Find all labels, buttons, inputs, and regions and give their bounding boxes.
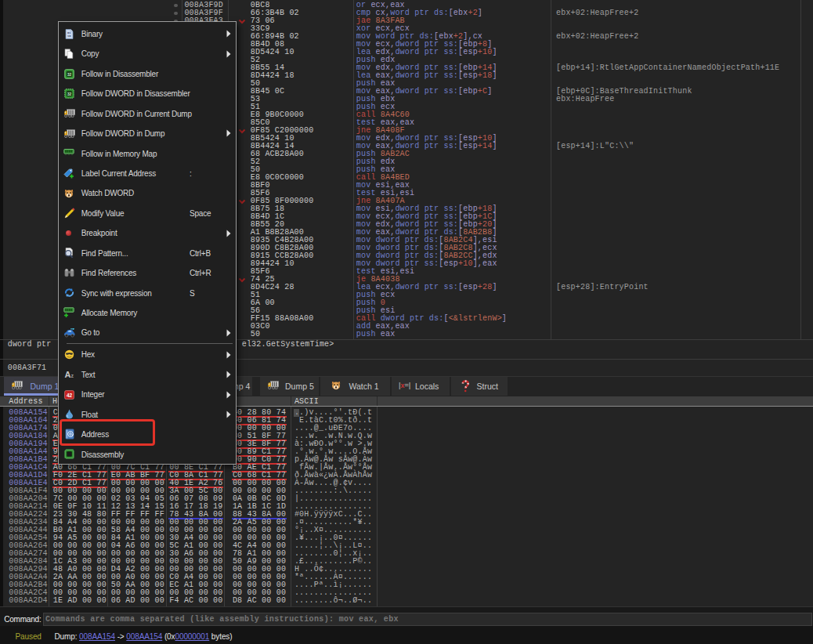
svg-text:10: 10: [67, 34, 70, 38]
svg-text:32: 32: [67, 72, 71, 76]
svg-text:42: 42: [67, 392, 73, 397]
svg-text:32: 32: [67, 92, 71, 96]
